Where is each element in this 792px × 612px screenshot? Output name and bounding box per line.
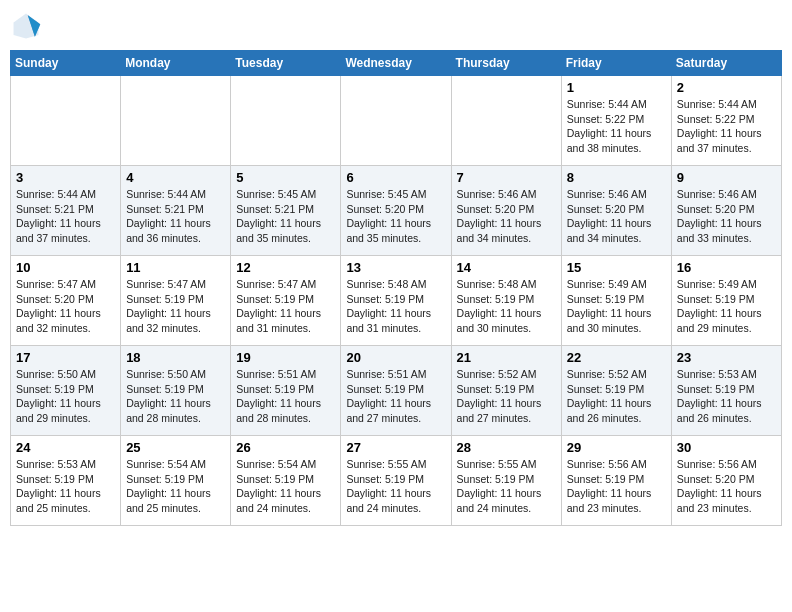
day-number: 23 <box>677 350 776 365</box>
day-info: Sunrise: 5:47 AM Sunset: 5:19 PM Dayligh… <box>236 277 335 336</box>
day-number: 9 <box>677 170 776 185</box>
weekday-header: Wednesday <box>341 51 451 76</box>
day-number: 5 <box>236 170 335 185</box>
day-number: 19 <box>236 350 335 365</box>
calendar-week-row: 24Sunrise: 5:53 AM Sunset: 5:19 PM Dayli… <box>11 436 782 526</box>
day-number: 7 <box>457 170 556 185</box>
day-number: 28 <box>457 440 556 455</box>
calendar-cell <box>451 76 561 166</box>
page-header <box>10 10 782 42</box>
calendar-cell: 18Sunrise: 5:50 AM Sunset: 5:19 PM Dayli… <box>121 346 231 436</box>
weekday-header: Friday <box>561 51 671 76</box>
day-info: Sunrise: 5:53 AM Sunset: 5:19 PM Dayligh… <box>16 457 115 516</box>
day-number: 18 <box>126 350 225 365</box>
calendar-cell: 26Sunrise: 5:54 AM Sunset: 5:19 PM Dayli… <box>231 436 341 526</box>
day-info: Sunrise: 5:46 AM Sunset: 5:20 PM Dayligh… <box>567 187 666 246</box>
day-info: Sunrise: 5:51 AM Sunset: 5:19 PM Dayligh… <box>236 367 335 426</box>
calendar-cell: 3Sunrise: 5:44 AM Sunset: 5:21 PM Daylig… <box>11 166 121 256</box>
calendar-cell: 28Sunrise: 5:55 AM Sunset: 5:19 PM Dayli… <box>451 436 561 526</box>
day-info: Sunrise: 5:55 AM Sunset: 5:19 PM Dayligh… <box>457 457 556 516</box>
day-number: 1 <box>567 80 666 95</box>
calendar-cell: 20Sunrise: 5:51 AM Sunset: 5:19 PM Dayli… <box>341 346 451 436</box>
day-info: Sunrise: 5:55 AM Sunset: 5:19 PM Dayligh… <box>346 457 445 516</box>
calendar-cell: 23Sunrise: 5:53 AM Sunset: 5:19 PM Dayli… <box>671 346 781 436</box>
day-info: Sunrise: 5:44 AM Sunset: 5:21 PM Dayligh… <box>16 187 115 246</box>
day-info: Sunrise: 5:52 AM Sunset: 5:19 PM Dayligh… <box>567 367 666 426</box>
calendar-cell <box>121 76 231 166</box>
day-info: Sunrise: 5:54 AM Sunset: 5:19 PM Dayligh… <box>236 457 335 516</box>
calendar-cell: 12Sunrise: 5:47 AM Sunset: 5:19 PM Dayli… <box>231 256 341 346</box>
day-number: 25 <box>126 440 225 455</box>
day-info: Sunrise: 5:54 AM Sunset: 5:19 PM Dayligh… <box>126 457 225 516</box>
day-info: Sunrise: 5:46 AM Sunset: 5:20 PM Dayligh… <box>677 187 776 246</box>
calendar-week-row: 1Sunrise: 5:44 AM Sunset: 5:22 PM Daylig… <box>11 76 782 166</box>
calendar-cell: 5Sunrise: 5:45 AM Sunset: 5:21 PM Daylig… <box>231 166 341 256</box>
calendar-cell: 30Sunrise: 5:56 AM Sunset: 5:20 PM Dayli… <box>671 436 781 526</box>
day-number: 2 <box>677 80 776 95</box>
day-number: 3 <box>16 170 115 185</box>
weekday-header: Sunday <box>11 51 121 76</box>
day-number: 24 <box>16 440 115 455</box>
day-info: Sunrise: 5:51 AM Sunset: 5:19 PM Dayligh… <box>346 367 445 426</box>
calendar-cell: 29Sunrise: 5:56 AM Sunset: 5:19 PM Dayli… <box>561 436 671 526</box>
day-number: 15 <box>567 260 666 275</box>
day-number: 17 <box>16 350 115 365</box>
day-info: Sunrise: 5:47 AM Sunset: 5:20 PM Dayligh… <box>16 277 115 336</box>
day-info: Sunrise: 5:56 AM Sunset: 5:19 PM Dayligh… <box>567 457 666 516</box>
calendar-cell: 4Sunrise: 5:44 AM Sunset: 5:21 PM Daylig… <box>121 166 231 256</box>
logo-icon <box>10 10 42 42</box>
calendar-cell: 8Sunrise: 5:46 AM Sunset: 5:20 PM Daylig… <box>561 166 671 256</box>
calendar-cell: 9Sunrise: 5:46 AM Sunset: 5:20 PM Daylig… <box>671 166 781 256</box>
day-number: 14 <box>457 260 556 275</box>
calendar-cell: 16Sunrise: 5:49 AM Sunset: 5:19 PM Dayli… <box>671 256 781 346</box>
day-number: 21 <box>457 350 556 365</box>
calendar-cell <box>341 76 451 166</box>
day-number: 6 <box>346 170 445 185</box>
calendar-cell: 11Sunrise: 5:47 AM Sunset: 5:19 PM Dayli… <box>121 256 231 346</box>
calendar-cell: 17Sunrise: 5:50 AM Sunset: 5:19 PM Dayli… <box>11 346 121 436</box>
calendar-cell: 15Sunrise: 5:49 AM Sunset: 5:19 PM Dayli… <box>561 256 671 346</box>
calendar-cell: 25Sunrise: 5:54 AM Sunset: 5:19 PM Dayli… <box>121 436 231 526</box>
day-info: Sunrise: 5:48 AM Sunset: 5:19 PM Dayligh… <box>457 277 556 336</box>
day-number: 29 <box>567 440 666 455</box>
day-number: 27 <box>346 440 445 455</box>
day-info: Sunrise: 5:44 AM Sunset: 5:21 PM Dayligh… <box>126 187 225 246</box>
day-number: 10 <box>16 260 115 275</box>
day-number: 13 <box>346 260 445 275</box>
calendar-cell: 14Sunrise: 5:48 AM Sunset: 5:19 PM Dayli… <box>451 256 561 346</box>
calendar-cell: 19Sunrise: 5:51 AM Sunset: 5:19 PM Dayli… <box>231 346 341 436</box>
calendar-cell: 27Sunrise: 5:55 AM Sunset: 5:19 PM Dayli… <box>341 436 451 526</box>
day-info: Sunrise: 5:56 AM Sunset: 5:20 PM Dayligh… <box>677 457 776 516</box>
day-info: Sunrise: 5:47 AM Sunset: 5:19 PM Dayligh… <box>126 277 225 336</box>
day-info: Sunrise: 5:50 AM Sunset: 5:19 PM Dayligh… <box>16 367 115 426</box>
day-info: Sunrise: 5:44 AM Sunset: 5:22 PM Dayligh… <box>567 97 666 156</box>
calendar-cell: 2Sunrise: 5:44 AM Sunset: 5:22 PM Daylig… <box>671 76 781 166</box>
day-info: Sunrise: 5:45 AM Sunset: 5:21 PM Dayligh… <box>236 187 335 246</box>
day-info: Sunrise: 5:52 AM Sunset: 5:19 PM Dayligh… <box>457 367 556 426</box>
day-number: 26 <box>236 440 335 455</box>
day-number: 20 <box>346 350 445 365</box>
logo <box>10 10 46 42</box>
day-number: 8 <box>567 170 666 185</box>
day-info: Sunrise: 5:45 AM Sunset: 5:20 PM Dayligh… <box>346 187 445 246</box>
day-info: Sunrise: 5:46 AM Sunset: 5:20 PM Dayligh… <box>457 187 556 246</box>
weekday-header: Saturday <box>671 51 781 76</box>
day-info: Sunrise: 5:50 AM Sunset: 5:19 PM Dayligh… <box>126 367 225 426</box>
calendar-cell: 22Sunrise: 5:52 AM Sunset: 5:19 PM Dayli… <box>561 346 671 436</box>
day-number: 12 <box>236 260 335 275</box>
day-info: Sunrise: 5:49 AM Sunset: 5:19 PM Dayligh… <box>567 277 666 336</box>
day-info: Sunrise: 5:44 AM Sunset: 5:22 PM Dayligh… <box>677 97 776 156</box>
day-info: Sunrise: 5:49 AM Sunset: 5:19 PM Dayligh… <box>677 277 776 336</box>
calendar-cell: 21Sunrise: 5:52 AM Sunset: 5:19 PM Dayli… <box>451 346 561 436</box>
day-number: 11 <box>126 260 225 275</box>
calendar-cell <box>11 76 121 166</box>
day-number: 16 <box>677 260 776 275</box>
day-number: 4 <box>126 170 225 185</box>
calendar-cell: 24Sunrise: 5:53 AM Sunset: 5:19 PM Dayli… <box>11 436 121 526</box>
calendar-header-row: SundayMondayTuesdayWednesdayThursdayFrid… <box>11 51 782 76</box>
day-info: Sunrise: 5:53 AM Sunset: 5:19 PM Dayligh… <box>677 367 776 426</box>
day-info: Sunrise: 5:48 AM Sunset: 5:19 PM Dayligh… <box>346 277 445 336</box>
calendar-cell <box>231 76 341 166</box>
day-number: 30 <box>677 440 776 455</box>
calendar-cell: 6Sunrise: 5:45 AM Sunset: 5:20 PM Daylig… <box>341 166 451 256</box>
